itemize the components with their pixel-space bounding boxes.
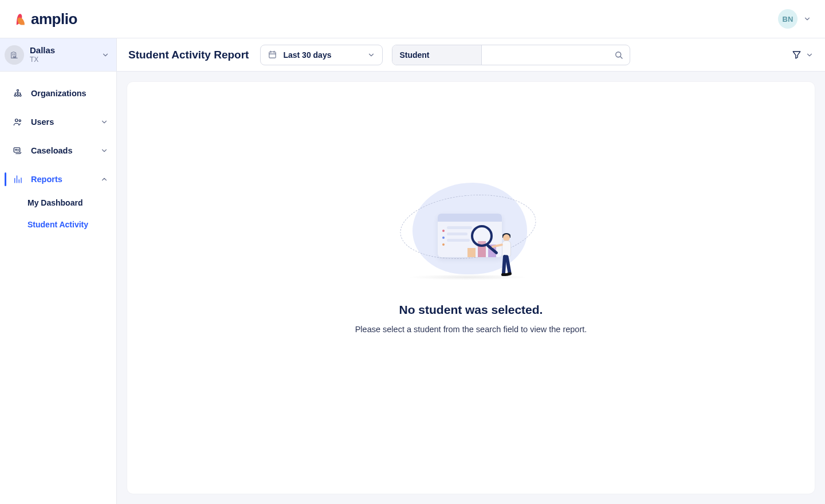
svg-rect-8 [269,52,276,58]
empty-state-title: No student was selected. [399,303,543,317]
sidebar-item-users[interactable]: Users [0,109,116,135]
filter-icon [791,49,802,60]
sidebar-item-organizations[interactable]: Organizations [0,81,116,106]
empty-state-illustration [402,179,540,282]
search-icon[interactable] [614,50,624,60]
building-icon [5,45,24,65]
sidebar-subitem-label: My Dashboard [28,198,82,207]
org-tree-icon [13,88,23,99]
page-toolbar: Student Activity Report Last 30 days Stu… [117,38,825,72]
sidebar-subitem-my-dashboard[interactable]: My Dashboard [28,192,116,214]
search-input[interactable] [489,50,614,60]
svg-point-2 [17,94,19,96]
date-range-picker[interactable]: Last 30 days [260,45,383,65]
filter-button[interactable] [791,49,814,60]
brand-mark-icon [11,11,28,27]
org-name: Dallas [30,45,96,56]
sidebar-item-caseloads[interactable]: Caseloads [0,138,116,163]
svg-point-1 [14,94,16,96]
avatar: BN [778,9,798,29]
calendar-icon [268,50,277,60]
empty-state-subtitle: Please select a student from the search … [355,325,587,334]
sidebar-nav: Organizations Users Caseloads [0,72,116,245]
search-type-label: Student [399,50,429,60]
chevron-down-icon [100,118,108,126]
sidebar-subitem-label: Student Activity [28,220,88,229]
main: Student Activity Report Last 30 days Stu… [117,38,825,504]
sidebar: Dallas TX Organizations Users [0,38,117,504]
chevron-down-icon [101,51,109,59]
brand-logo[interactable]: amplio [11,10,77,28]
sidebar-item-label: Users [31,117,92,127]
svg-point-0 [17,89,19,91]
sidebar-item-label: Caseloads [31,146,92,155]
date-range-label: Last 30 days [283,50,362,60]
chevron-up-icon [100,175,108,183]
content-area: No student was selected. Please select a… [117,72,825,504]
sidebar-item-label: Organizations [31,89,108,98]
brand-name: amplio [31,10,77,28]
users-icon [13,117,23,127]
sidebar-item-reports[interactable]: Reports [0,167,116,192]
sidebar-item-label: Reports [31,175,92,184]
chevron-down-icon [806,51,814,59]
top-header: amplio BN [0,0,825,38]
org-switcher[interactable]: Dallas TX [0,38,116,72]
svg-point-9 [616,52,621,57]
chevron-down-icon [367,51,375,59]
svg-point-5 [19,120,21,121]
reports-icon [13,174,23,184]
svg-point-4 [15,119,18,122]
reports-submenu: My Dashboard Student Activity [0,192,116,235]
page-title: Student Activity Report [128,49,249,61]
svg-point-7 [15,149,17,150]
org-region: TX [30,56,96,64]
chevron-down-icon [100,147,108,155]
sidebar-subitem-student-activity[interactable]: Student Activity [28,214,116,235]
user-menu[interactable]: BN [778,9,811,29]
report-card: No student was selected. Please select a… [127,82,815,494]
caseloads-icon [13,145,23,156]
chevron-down-icon [803,15,811,23]
search-combo: Student [392,45,630,65]
svg-point-3 [19,94,21,96]
search-type-select[interactable]: Student [392,45,482,65]
